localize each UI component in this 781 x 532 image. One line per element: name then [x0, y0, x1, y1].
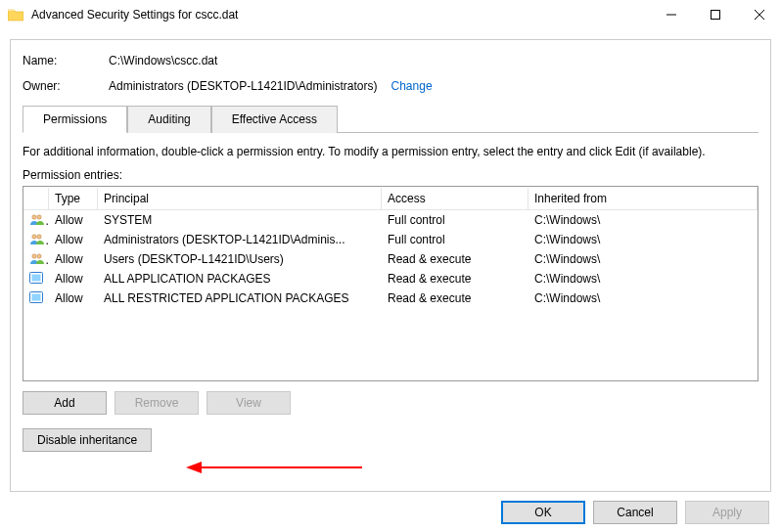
- svg-point-6: [32, 234, 36, 238]
- cell-type: Allow: [49, 231, 98, 248]
- maximize-button[interactable]: [693, 0, 737, 29]
- cell-type: Allow: [49, 250, 98, 268]
- cell-inherited: C:\Windows\: [528, 231, 758, 248]
- close-button[interactable]: [737, 0, 781, 29]
- package-icon: [23, 270, 49, 288]
- svg-rect-1: [711, 11, 719, 20]
- cell-access: Full control: [382, 211, 528, 229]
- column-principal[interactable]: Principal: [98, 188, 382, 209]
- tab-strip: Permissions Auditing Effective Access: [23, 105, 758, 132]
- cell-type: Allow: [49, 270, 98, 288]
- cell-principal: ALL APPLICATION PACKAGES: [98, 270, 382, 288]
- users-group-icon: [23, 211, 49, 230]
- folder-icon: [8, 8, 23, 22]
- hint-text: For additional information, double-click…: [23, 145, 758, 158]
- owner-row: Owner: Administrators (DESKTOP-L1421ID\A…: [23, 79, 758, 93]
- tab-content: For additional information, double-click…: [23, 132, 758, 452]
- column-icon[interactable]: [23, 188, 49, 209]
- view-button[interactable]: View: [207, 391, 291, 415]
- cell-principal: Administrators (DESKTOP-L1421ID\Adminis.…: [98, 231, 382, 248]
- cell-principal: ALL RESTRICTED APPLICATION PACKAGES: [98, 289, 382, 307]
- disable-inheritance-button[interactable]: Disable inheritance: [23, 428, 152, 452]
- name-row: Name: C:\Windows\cscc.dat: [23, 54, 758, 67]
- svg-point-4: [32, 214, 36, 218]
- cell-principal: Users (DESKTOP-L1421ID\Users): [98, 250, 382, 268]
- column-inherited[interactable]: Inherited from: [528, 188, 758, 209]
- table-row[interactable]: AllowALL RESTRICTED APPLICATION PACKAGES…: [23, 288, 758, 308]
- cell-access: Read & execute: [382, 250, 528, 268]
- entries-label: Permission entries:: [23, 168, 758, 182]
- svg-point-7: [37, 234, 41, 238]
- owner-value: Administrators (DESKTOP-L1421ID\Administ…: [109, 79, 378, 93]
- svg-rect-11: [32, 274, 41, 281]
- cancel-button[interactable]: Cancel: [593, 501, 677, 524]
- cell-access: Read & execute: [382, 270, 528, 288]
- svg-point-8: [32, 253, 36, 257]
- window: Advanced Security Settings for cscc.dat …: [0, 0, 781, 532]
- cell-type: Allow: [49, 211, 98, 229]
- table-header: Type Principal Access Inherited from: [23, 187, 758, 210]
- users-group-icon: [23, 231, 49, 249]
- remove-button[interactable]: Remove: [115, 391, 199, 415]
- window-title: Advanced Security Settings for cscc.dat: [31, 8, 649, 22]
- cell-inherited: C:\Windows\: [528, 289, 758, 307]
- cell-type: Allow: [49, 289, 98, 307]
- cell-inherited: C:\Windows\: [528, 211, 758, 229]
- tab-permissions[interactable]: Permissions: [23, 106, 127, 133]
- titlebar: Advanced Security Settings for cscc.dat: [0, 0, 781, 29]
- table-row[interactable]: AllowUsers (DESKTOP-L1421ID\Users)Read &…: [23, 249, 758, 269]
- add-button[interactable]: Add: [23, 391, 107, 415]
- cell-inherited: C:\Windows\: [528, 250, 758, 268]
- ok-button[interactable]: OK: [501, 501, 585, 524]
- table-row[interactable]: AllowAdministrators (DESKTOP-L1421ID\Adm…: [23, 230, 758, 249]
- svg-rect-13: [32, 293, 41, 300]
- change-owner-link[interactable]: Change: [391, 79, 433, 93]
- cell-access: Full control: [382, 231, 528, 248]
- window-controls: [649, 0, 781, 29]
- package-icon: [23, 289, 49, 308]
- footer-buttons: OK Cancel Apply: [501, 501, 769, 524]
- name-value: C:\Windows\cscc.dat: [109, 54, 217, 67]
- table-body: AllowSYSTEMFull controlC:\Windows\AllowA…: [23, 210, 758, 308]
- tab-effective-access[interactable]: Effective Access: [211, 106, 338, 133]
- column-access[interactable]: Access: [382, 188, 528, 209]
- svg-point-5: [37, 214, 41, 218]
- column-type[interactable]: Type: [49, 188, 98, 209]
- permission-entries-table[interactable]: Type Principal Access Inherited from All…: [23, 186, 758, 381]
- content-area: Name: C:\Windows\cscc.dat Owner: Adminis…: [0, 29, 781, 492]
- svg-point-9: [37, 253, 41, 257]
- table-row[interactable]: AllowALL APPLICATION PACKAGESRead & exec…: [23, 269, 758, 288]
- cell-principal: SYSTEM: [98, 211, 382, 229]
- cell-access: Read & execute: [382, 289, 528, 307]
- users-group-icon: [23, 250, 49, 269]
- name-label: Name:: [23, 54, 109, 67]
- table-row[interactable]: AllowSYSTEMFull controlC:\Windows\: [23, 210, 758, 230]
- inner-panel: Name: C:\Windows\cscc.dat Owner: Adminis…: [10, 39, 771, 492]
- minimize-button[interactable]: [649, 0, 693, 29]
- cell-inherited: C:\Windows\: [528, 270, 758, 288]
- apply-button[interactable]: Apply: [685, 501, 769, 524]
- entry-buttons-row: Add Remove View: [23, 391, 758, 415]
- owner-label: Owner:: [23, 79, 109, 93]
- tab-auditing[interactable]: Auditing: [127, 106, 210, 133]
- disable-inheritance-row: Disable inheritance: [23, 428, 758, 452]
